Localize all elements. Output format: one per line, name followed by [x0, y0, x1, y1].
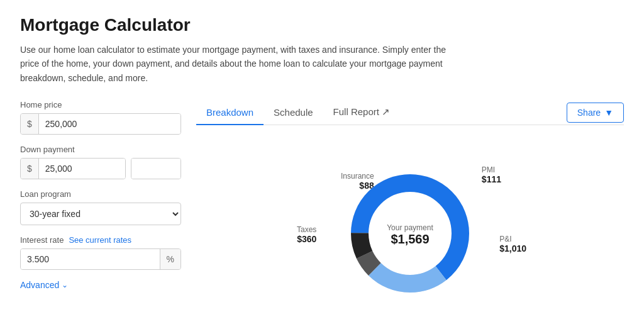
home-price-prefix: $	[21, 114, 39, 134]
loan-program-select-wrapper: 30-year fixed 20-year fixed 15-year fixe…	[20, 203, 181, 225]
taxes-label: Taxes $360	[297, 225, 316, 244]
loan-program-select[interactable]: 30-year fixed 20-year fixed 15-year fixe…	[21, 203, 180, 225]
home-price-group: Home price $	[20, 100, 181, 135]
chart-area: Insurance $88 PMI $111 Taxes $360 P&I $1…	[259, 153, 561, 316]
right-panel: Breakdown Schedule Full Report ↗ Share ▼…	[196, 100, 624, 329]
center-amount: $1,569	[387, 232, 433, 247]
home-price-input-wrapper: $	[20, 113, 181, 135]
pmi-label: PMI $111	[482, 165, 501, 184]
home-price-label: Home price	[20, 100, 181, 109]
donut-center: Your payment $1,569	[387, 223, 433, 247]
interest-rate-group: Interest rate See current rates %	[20, 235, 181, 270]
chevron-down-icon: ⌄	[62, 281, 68, 289]
advanced-label: Advanced	[20, 280, 59, 290]
tab-breakdown[interactable]: Breakdown	[196, 101, 264, 125]
center-label: Your payment	[387, 223, 433, 232]
interest-rate-input[interactable]	[21, 249, 160, 269]
input-panel: Home price $ Down payment $ % Loa	[20, 100, 196, 329]
interest-rate-suffix: %	[160, 249, 180, 269]
down-payment-pct-input[interactable]	[131, 159, 181, 179]
tabs-row: Breakdown Schedule Full Report ↗ Share ▼	[196, 100, 624, 125]
down-payment-group: Down payment $ %	[20, 145, 181, 179]
see-rates-link[interactable]: See current rates	[69, 235, 131, 245]
down-payment-pct-wrapper: %	[131, 158, 181, 179]
down-payment-input[interactable]	[39, 159, 126, 179]
home-price-input[interactable]	[39, 114, 180, 134]
page-title: Mortgage Calculator	[20, 15, 624, 35]
share-button[interactable]: Share ▼	[567, 103, 624, 123]
donut-svg-container: Your payment $1,569	[347, 170, 473, 299]
advanced-link[interactable]: Advanced ⌄	[20, 280, 181, 290]
page-description: Use our home loan calculator to estimate…	[20, 43, 448, 85]
interest-rate-label-row: Interest rate See current rates	[20, 235, 181, 245]
pi-label: P&I $1,010	[499, 235, 526, 254]
interest-rate-input-wrapper: %	[20, 248, 181, 270]
down-payment-main-wrapper: $	[20, 158, 126, 179]
tab-full-report[interactable]: Full Report ↗	[323, 100, 401, 125]
chevron-down-icon: ▼	[604, 108, 613, 118]
tab-schedule[interactable]: Schedule	[264, 101, 323, 125]
interest-rate-label: Interest rate	[20, 235, 64, 245]
loan-program-label: Loan program	[20, 189, 181, 199]
down-payment-label: Down payment	[20, 145, 181, 154]
share-label: Share	[577, 108, 601, 118]
down-payment-row: $ %	[20, 158, 181, 179]
chart-container: Insurance $88 PMI $111 Taxes $360 P&I $1…	[196, 140, 624, 329]
loan-program-group: Loan program 30-year fixed 20-year fixed…	[20, 189, 181, 225]
down-payment-prefix: $	[21, 159, 39, 179]
